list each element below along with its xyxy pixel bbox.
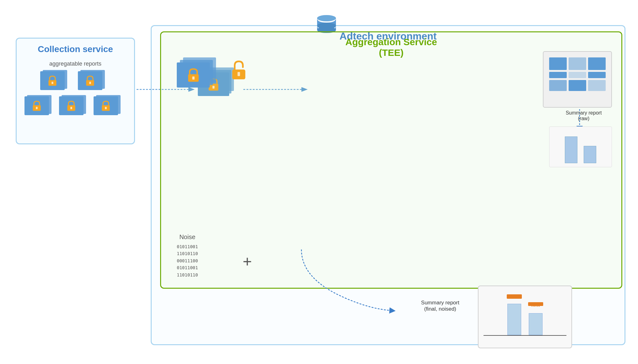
report-card-3 [24,95,53,115]
svg-rect-19 [192,77,194,80]
summary-raw-card [543,51,612,108]
collection-service-title: Collection service [38,44,113,54]
plus-sign: + [243,252,252,270]
report-card-4 [59,95,87,115]
svg-rect-1 [51,82,53,84]
report-card-1 [40,70,68,90]
unlock-icon [230,61,247,82]
svg-rect-5 [36,107,37,109]
noise-section: Noise 01011001 11010110 00011100 0101100… [177,233,198,278]
collection-service-subtitle: aggregatable reports [49,61,101,67]
raw-bar-chart [549,126,612,167]
collection-service-box: Collection service aggregatable reports [16,38,135,144]
summary-final-label: Summary report (final, noised) [409,300,472,312]
svg-rect-21 [238,72,240,76]
noise-label-2: noise [531,303,540,307]
agg-report-batch [177,57,224,95]
noise-label-1: noise [510,296,519,299]
report-card-2 [78,70,106,90]
report-cards-group [24,70,128,126]
noise-binary: 01011001 11010110 00011100 01011001 1101… [177,243,198,278]
aggregation-service-title: Aggregation Service (TEE) [345,37,437,58]
summary-final-card: noise noise [478,286,572,348]
diagram-container: Adtech environment Collection service ag… [6,6,632,358]
summary-raw-label: Summary report (raw) [552,110,615,121]
svg-rect-9 [105,107,106,109]
arrow-agg-to-final [283,248,408,317]
report-card-5 [94,95,122,115]
svg-rect-7 [70,107,72,109]
svg-point-16 [317,15,336,21]
svg-rect-3 [89,82,91,84]
